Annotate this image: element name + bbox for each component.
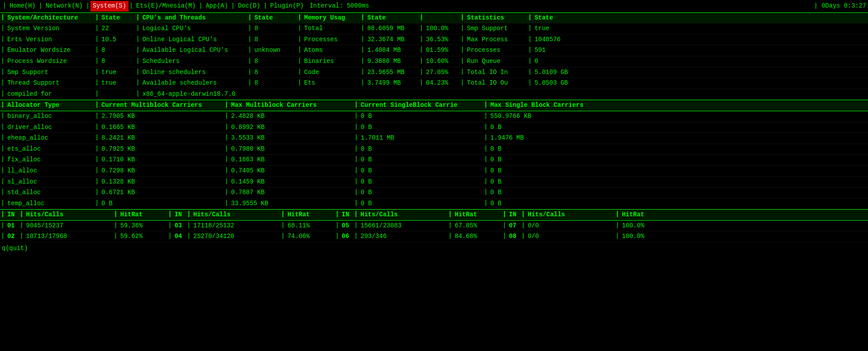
alloc-row-3: |ets_alloc |0.7925 KB |0.7980 KB |0 B |0… — [0, 144, 868, 155]
sysinfo-row-0: |System Version |22 |Logical CPU's |8 |T… — [0, 23, 868, 35]
menu-home[interactable]: Home(H) — [7, 1, 38, 12]
alloc-row-2: |eheap_alloc |8.2421 KB |3.5533 KB |1.70… — [0, 133, 868, 144]
sysinfo-row-3: |Process Wordsize |8 |Schedulers |8 |Bin… — [0, 56, 868, 67]
menu-plugin[interactable]: Plugin(P) — [268, 1, 306, 12]
command-line[interactable]: q(quit) — [0, 243, 868, 254]
sysinfo-row-4: |Smp Support |true |Online schedulers |8… — [0, 67, 868, 78]
hits-header: |IN |Hits/Calls |HitRat |IN |Hits/Calls … — [0, 209, 868, 221]
uptime: | 0Days 0:3:27 — [814, 2, 866, 11]
alloc-row-0: |binary_alloc |2.7905 KB |2.4828 KB |0 B… — [0, 111, 868, 122]
alloc-row-7: |std_alloc |0.6721 KB |0.7887 KB |0 B |0… — [0, 187, 868, 199]
sysinfo-row-2: |Emulator Wordsize |8 |Available Logical… — [0, 45, 868, 56]
alloc-row-5: |ll_alloc |0.7298 KB |0.7405 KB |0 B |0 … — [0, 166, 868, 177]
menu-ets-mnesia[interactable]: Ets(E)/Mnesia(M) — [134, 1, 198, 12]
sysinfo-row-1: |Erts Version |10.5 |Online Logical CPU'… — [0, 35, 868, 46]
alloc-row-6: |sl_alloc |0.1328 KB |0.1459 KB |0 B |0 … — [0, 177, 868, 188]
sysinfo-row-5: |Thread Support |true |Available schedul… — [0, 78, 868, 89]
menu-network[interactable]: Network(N) — [43, 1, 85, 12]
top-bar: | Home(H) | Network(N) | System(S) | Ets… — [0, 0, 868, 13]
allocator-header: |Allocator Type |Current Multiblock Carr… — [0, 100, 868, 111]
sysinfo-row-6: |compiled for | |x86_64-apple-darwin18.7… — [0, 89, 868, 100]
hits-row-0: |01 |9045/15237 |59.36% |03 |17118/25132… — [0, 221, 868, 232]
sysinfo-header: |System/Architecture |State |CPU's and T… — [0, 13, 868, 24]
hits-row-1: |02 |10713/17968 |59.62% |04 |25270/3412… — [0, 231, 868, 242]
alloc-row-4: |fix_alloc |0.1710 KB |0.1663 KB |0 B |0… — [0, 155, 868, 166]
menu-app[interactable]: App(A) — [203, 1, 230, 12]
menu-doc[interactable]: Doc(D) — [236, 1, 262, 12]
alloc-row-1: |driver_alloc |0.1665 KB |0.8992 KB |0 B… — [0, 122, 868, 133]
alloc-row-8: |temp_alloc |0 B |33.9555 KB |0 B |0 B — [0, 199, 868, 210]
interval-text: Interval: 5000ms — [306, 2, 372, 11]
menu-system[interactable]: System(S) — [90, 1, 129, 12]
